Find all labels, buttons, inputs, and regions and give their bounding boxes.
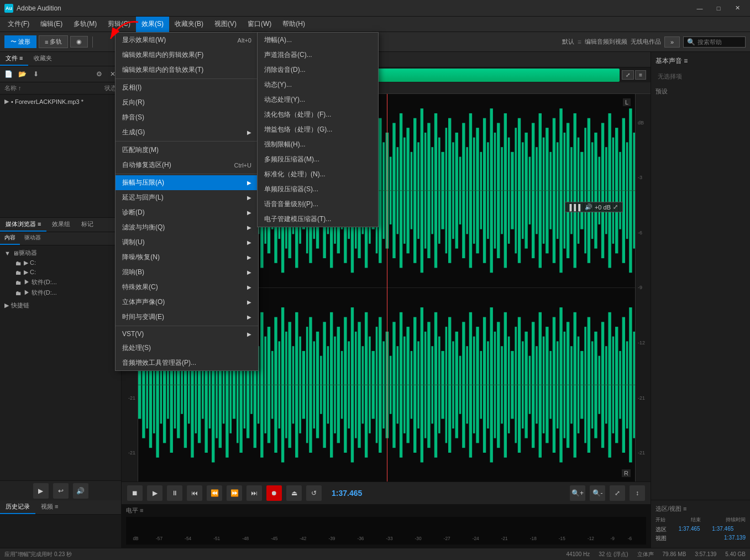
effects-menu-item-batch[interactable]: 批处理(S) — [116, 341, 258, 355]
list-item[interactable]: ▶ • ForeverLACKPINK.mp3 * — [0, 97, 121, 106]
play-btn[interactable]: ▶ — [147, 485, 162, 501]
tab-effects-group[interactable]: 效果组 — [46, 218, 76, 232]
tab-history[interactable]: 历史记录 — [0, 500, 35, 514]
submenu-gain-envelope[interactable]: 增益包络（处理）(G)... — [258, 122, 378, 137]
db-right-9: -9 — [638, 285, 642, 290]
maximize-button[interactable]: □ — [710, 3, 727, 14]
list-item[interactable]: 🖿 ▶ 软件(D:... — [13, 277, 119, 287]
effects-menu-item-delay[interactable]: 延迟与回声(L) ▶ — [116, 190, 258, 205]
effects-menu-item-special[interactable]: 特殊效果(C) ▶ — [116, 280, 258, 295]
tab-favorites[interactable]: 收藏夹 — [28, 52, 57, 66]
go-end-btn[interactable]: ⏭ — [246, 485, 262, 501]
multitrack-btn[interactable]: ≡ 多轨 — [39, 35, 68, 48]
effects-menu-item-time-pitch[interactable]: 时间与变调(E) ▶ — [116, 310, 258, 325]
drives-header[interactable]: ▼ 🖥 驱动器 — [2, 248, 119, 258]
effects-menu-item-silence[interactable]: 静音(S) — [116, 110, 258, 125]
media-browser-content: ▼ 🖥 驱动器 🖿 ▶ C: 🖿 ▶ C: — [0, 245, 121, 480]
fast-forward-btn[interactable]: ⏩ — [227, 485, 242, 501]
shortcuts-header[interactable]: ▶ 快捷链 — [2, 300, 119, 311]
submenu-speech-vol[interactable]: 语音音量级别(P)... — [258, 197, 378, 212]
separator-3 — [116, 174, 258, 174]
close-button[interactable]: ✕ — [729, 3, 746, 14]
effects-menu-item-amplitude[interactable]: 振幅与压限(A) ▶ — [116, 175, 258, 190]
effects-menu-item-reverse[interactable]: 反向(R) — [116, 95, 258, 110]
effects-menu-item-generate[interactable]: 生成(G) ▶ — [116, 125, 258, 140]
submenu-channel-mixer[interactable]: 声道混合器(C)... — [258, 48, 378, 62]
list-item[interactable]: 🖿 ▶ C: — [13, 258, 119, 268]
submenu-single-band-comp[interactable]: 单频段压缩器(S)... — [258, 182, 378, 197]
effects-menu-item-edit-clip[interactable]: 编辑效果组内的剪辑效果(F) — [116, 48, 258, 62]
tab-file[interactable]: 文件 ≡ — [0, 52, 28, 66]
waveform-btn[interactable]: 〜 波形 — [4, 35, 36, 48]
volume-expand-icon[interactable]: ⤢ — [613, 203, 618, 211]
effects-menu-item-stereo[interactable]: 立体声声像(O) ▶ — [116, 295, 258, 310]
minimize-button[interactable]: — — [691, 3, 708, 14]
menu-edit[interactable]: 编辑(E) — [35, 17, 68, 32]
file-options-btn[interactable]: ⚙ — [93, 68, 105, 80]
loop-btn[interactable]: ↩ — [53, 483, 69, 499]
effects-menu-item-match-loudness[interactable]: 匹配响度(M) — [116, 143, 258, 158]
submenu-deess[interactable]: 消除齿音(D)... — [258, 62, 378, 77]
effects-menu-item-vst[interactable]: VST(V) ▶ — [116, 327, 258, 341]
menu-window[interactable]: 窗口(W) — [242, 17, 277, 32]
tab-media-browser[interactable]: 媒体浏览器 ≡ — [0, 218, 46, 232]
pause-btn[interactable]: ⏸ — [167, 485, 182, 501]
menu-multitrack[interactable]: 多轨(M) — [68, 17, 102, 32]
submenu-multiband-comp[interactable]: 多频段压缩器(M)... — [258, 152, 378, 167]
effects-menu-item-edit-track[interactable]: 编辑效果组内的音轨效果(T) — [116, 62, 258, 77]
submenu-dynamics[interactable]: 动态(Y)... — [258, 77, 378, 92]
title-controls[interactable]: — □ ✕ — [691, 3, 746, 14]
list-item[interactable]: 🖿 ▶ C: — [13, 268, 119, 277]
title-bar: Au Adobe Audition — □ ✕ — [0, 0, 750, 17]
menu-effects[interactable]: 效果(S) — [136, 17, 169, 32]
effects-menu-item-filter-eq[interactable]: 滤波与均衡(Q) ▶ — [116, 220, 258, 235]
import-btn[interactable]: ⬇ — [30, 68, 42, 80]
cd-btn[interactable]: ◉ — [70, 36, 88, 48]
effects-menu-item-show-groups[interactable]: 显示效果组(W) Alt+0 — [116, 33, 258, 48]
eject-btn[interactable]: ⏏ — [286, 485, 302, 501]
vol-btn[interactable]: 🔊 — [73, 483, 88, 499]
submenu-normalize[interactable]: 标准化（处理）(N)... — [258, 167, 378, 182]
rewind-btn[interactable]: ⏪ — [207, 485, 222, 501]
fit-v-btn[interactable]: ↕ — [630, 485, 645, 501]
search-input[interactable] — [697, 39, 742, 45]
zoom-out-btn[interactable]: 🔍- — [590, 485, 605, 501]
db-right-12: -12 — [638, 340, 645, 346]
record-btn[interactable]: ⏺ — [266, 485, 282, 501]
track-zoom-btn[interactable]: ⤢ — [622, 70, 634, 80]
submenu-tube-comp[interactable]: 电子管建模压缩器(T)... — [258, 212, 378, 227]
tab-markers[interactable]: 标记 — [76, 218, 99, 232]
effects-menu-item-modulation[interactable]: 调制(U) ▶ — [116, 235, 258, 250]
volume-area[interactable]: ▌▌▌ 🔊 +0 dB ⤢ — [565, 202, 623, 212]
level-bars: dB -57 -54 -51 -48 -45 -42 -39 -36 -33 -… — [126, 517, 646, 545]
menu-view[interactable]: 视图(V) — [209, 17, 242, 32]
fit-btn[interactable]: ⤢ — [610, 485, 625, 501]
open-file-btn[interactable]: 📂 — [16, 68, 28, 80]
effects-menu-item-plugin-manager[interactable]: 音频增效工具管理器(P)... — [116, 355, 258, 370]
effects-menu-item-reverb[interactable]: 混响(B) ▶ — [116, 265, 258, 280]
submenu-fade-envelope[interactable]: 淡化包络（处理）(F)... — [258, 107, 378, 122]
effects-menu-item-diagnostics[interactable]: 诊断(D) ▶ — [116, 205, 258, 220]
menu-help[interactable]: 帮助(H) — [277, 17, 311, 32]
effects-menu-item-auto-heal[interactable]: 自动修复选区(H) Ctrl+U — [116, 158, 258, 172]
menu-file[interactable]: 文件(F) — [2, 17, 35, 32]
expand-btn[interactable]: » — [664, 36, 680, 48]
menu-clip[interactable]: 剪辑(C) — [102, 17, 136, 32]
new-file-btn[interactable]: 📄 — [2, 68, 14, 80]
tab-video[interactable]: 视频 ≡ — [35, 500, 64, 514]
loop-transport-btn[interactable]: ↺ — [306, 485, 322, 501]
submenu-hard-limit[interactable]: 强制限幅(H)... — [258, 137, 378, 152]
submenu-amplify-item[interactable]: 增幅(A)... — [258, 33, 378, 48]
effects-menu-item-noise-reduction[interactable]: 降噪/恢复(N) ▶ — [116, 250, 258, 265]
list-item[interactable]: 🖿 ▶ 软件(D:... — [13, 287, 119, 298]
stop-btn[interactable]: ⏹ — [127, 485, 143, 501]
track-settings-btn[interactable]: ≡ — [635, 70, 646, 80]
menu-favorites[interactable]: 收藏夹(B) — [169, 17, 209, 32]
zoom-in-btn[interactable]: 🔍+ — [570, 485, 585, 501]
tab-content[interactable]: 内容 — [0, 232, 20, 245]
effects-menu-item-invert[interactable]: 反相(I) — [116, 80, 258, 95]
play-btn-media[interactable]: ▶ — [33, 483, 49, 499]
go-start-btn[interactable]: ⏮ — [187, 485, 202, 501]
tab-drives[interactable]: 驱动器 — [20, 232, 45, 245]
submenu-dynamics-processing[interactable]: 动态处理(Y)... — [258, 92, 378, 107]
